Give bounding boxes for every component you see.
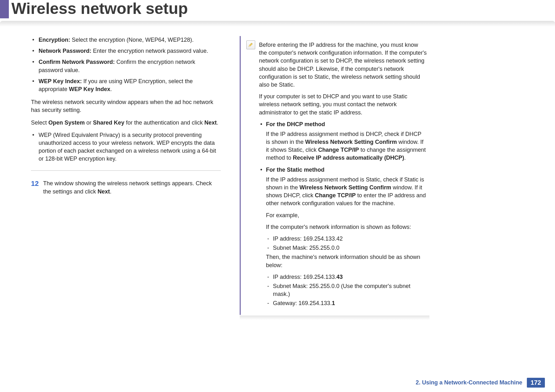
bold-open-system: Open System	[48, 119, 85, 126]
computer-network-info: IP address: 169.254.133.42 Subnet Mask: …	[259, 235, 427, 252]
list-item: WEP Key Index: If you are using WEP Encr…	[31, 77, 221, 93]
auth-select-paragraph: Select Open System or Shared Key for the…	[31, 119, 221, 127]
footer-chapter-label: 2. Using a Network-Connected Machine	[416, 379, 522, 386]
bold-receive-ip-auto: Receive IP address automatically (DHCP)	[293, 155, 404, 161]
option-label: Encryption:	[39, 37, 70, 43]
note-icon	[246, 40, 255, 49]
note-box-shadow	[240, 315, 429, 320]
bold-next: Next	[204, 119, 217, 126]
text: .	[404, 155, 406, 161]
header-shadow	[0, 21, 555, 27]
wep-description-list: WEP (Wired Equivalent Privacy) is a secu…	[31, 131, 221, 163]
list-item: For the DHCP method	[259, 120, 427, 128]
option-text-post: .	[110, 86, 112, 92]
option-bold-tail: WEP Key Index	[69, 86, 110, 92]
text: Gateway: 169.254.133.	[273, 300, 332, 306]
step-12: 12 The window showing the wireless netwo…	[31, 180, 221, 195]
method-list: For the Static method	[259, 166, 427, 174]
method-list: For the DHCP method	[259, 120, 427, 128]
footer-page-number: 172	[527, 378, 545, 388]
option-label: Confirm Network Password:	[39, 59, 115, 65]
section-divider	[31, 170, 221, 171]
static-method-title: For the Static method	[266, 167, 324, 173]
then-paragraph: Then, the machine's network information …	[259, 253, 427, 269]
bold-wns-confirm: Wireless Network Setting Confirm	[299, 184, 391, 191]
text: .	[110, 188, 112, 195]
option-label: Network Password:	[39, 48, 91, 54]
security-options-list: Encryption: Select the encryption (None,…	[31, 36, 221, 93]
page-header: Wireless network setup	[0, 0, 555, 25]
example-intro: If the computer's network information is…	[259, 223, 427, 231]
step-number: 12	[31, 180, 39, 195]
text: .	[217, 119, 218, 126]
content-columns: Encryption: Select the encryption (None,…	[0, 25, 555, 320]
list-item: Subnet Mask: 255.255.0.0 (Use the comput…	[266, 282, 427, 298]
left-column: Encryption: Select the encryption (None,…	[31, 36, 221, 320]
list-item: Confirm Network Password: Confirm the en…	[31, 58, 221, 74]
text: The window showing the wireless network …	[43, 180, 212, 194]
bold-gw-last-octet: 1	[332, 300, 335, 306]
example-label: For example,	[259, 211, 427, 219]
bold-change-tcpip: Change TCP/IP	[315, 192, 356, 199]
text: or	[85, 119, 93, 126]
option-text: Enter the encryption network password va…	[93, 48, 208, 54]
text: for the authentication and click	[124, 119, 204, 126]
right-column: Before entering the IP address for the m…	[240, 36, 429, 320]
dhcp-method-title: For the DHCP method	[266, 121, 325, 127]
list-item: IP address: 169.254.133.43	[266, 273, 427, 281]
text: IP address: 169.254.133.	[273, 274, 336, 280]
note-intro-1: Before entering the IP address for the m…	[259, 41, 427, 89]
header-accent-bar	[0, 0, 9, 18]
list-item: Subnet Mask: 255.255.0.0	[266, 244, 427, 252]
machine-network-info: IP address: 169.254.133.43 Subnet Mask: …	[259, 273, 427, 308]
option-text: Select the encryption (None, WEP64, WEP1…	[72, 37, 194, 43]
bold-next: Next	[98, 188, 110, 195]
note-intro-2: If your computer is set to DHCP and you …	[259, 93, 427, 117]
bold-ip-last-octet: 43	[336, 274, 343, 280]
pencil-note-icon	[248, 42, 254, 48]
list-item: Network Password: Enter the encryption n…	[31, 47, 221, 55]
security-window-paragraph: The wireless network security window app…	[31, 98, 221, 114]
list-item: WEP (Wired Equivalent Privacy) is a secu…	[31, 131, 221, 163]
bold-shared-key: Shared Key	[93, 119, 124, 126]
page-title: Wireless network setup	[11, 0, 188, 16]
list-item: Encryption: Select the encryption (None,…	[31, 36, 221, 44]
list-item: For the Static method	[259, 166, 427, 174]
step-text: The window showing the wireless network …	[43, 180, 221, 195]
list-item: IP address: 169.254.133.42	[266, 235, 427, 243]
bold-wns-confirm: Wireless Network Setting Confirm	[305, 139, 397, 145]
bold-change-tcpip: Change TCP/IP	[318, 147, 359, 153]
note-box: Before entering the IP address for the m…	[240, 36, 429, 315]
list-item: Gateway: 169.254.133.1	[266, 299, 427, 307]
option-label: WEP Key Index:	[39, 78, 82, 84]
dhcp-method-text: If the IP address assignment method is D…	[259, 130, 427, 162]
text: Select	[31, 119, 48, 126]
static-method-text: If the IP address assignment method is S…	[259, 176, 427, 208]
page-footer: 2. Using a Network-Connected Machine 172	[416, 378, 545, 388]
